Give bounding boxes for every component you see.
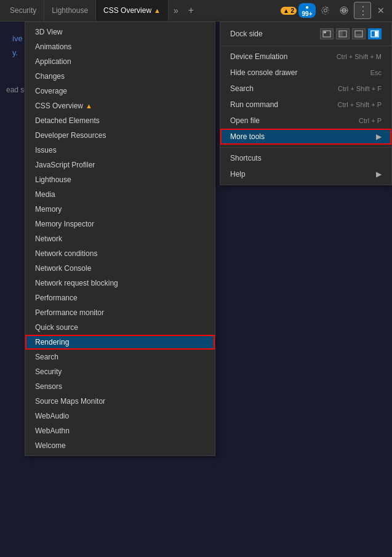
menu-item-search-right: Ctrl + Shift + F (338, 85, 382, 92)
menu-item-search[interactable]: SearchCtrl + Shift + F (220, 81, 391, 97)
remote-button[interactable] (335, 2, 353, 19)
submenu-item-changes[interactable]: Changes (25, 69, 215, 84)
tab-css-overview[interactable]: CSS Overview ▲ (96, 0, 169, 21)
menu-item-run-command-label: Run command (230, 100, 278, 109)
warnings-badge: ▲ 2 (281, 7, 297, 15)
dock-icons-group (320, 28, 382, 39)
gear-icon (321, 6, 330, 15)
tab-lighthouse-label: Lighthouse (52, 6, 88, 15)
menu-item-run-command-shortcut: Ctrl + Shift + P (337, 101, 382, 108)
submenu-item-3d-view[interactable]: 3D View (25, 25, 215, 39)
settings-button[interactable] (317, 2, 334, 19)
submenu-item-performance-monitor[interactable]: Performance monitor (25, 305, 215, 320)
new-tab-button[interactable]: + (183, 0, 199, 21)
menu-item-device-emulation-right: Ctrl + Shift + M (337, 53, 382, 60)
menu-item-open-file-right: Ctrl + P (359, 117, 382, 124)
more-tools-submenu: 3D ViewAnimationsApplicationChangesCover… (25, 22, 215, 456)
dock-side-section: Dock side (220, 22, 391, 46)
submenu-item-lighthouse[interactable]: Lighthouse (25, 172, 215, 187)
menu-item-device-emulation-label: Device Emulation (230, 52, 287, 61)
menu-item-help[interactable]: Help▶ (220, 166, 391, 182)
tab-security-label: Security (10, 6, 36, 15)
svg-rect-8 (356, 34, 362, 36)
submenu-item-network[interactable]: Network (25, 231, 215, 246)
menu-item-run-command-right: Ctrl + Shift + P (337, 101, 382, 108)
menu-item-search-shortcut: Ctrl + Shift + F (338, 85, 382, 92)
three-dots-icon: ⋮ (358, 4, 368, 17)
menu-item-search-label: Search (230, 84, 254, 93)
close-devtools-button[interactable]: ✕ (372, 2, 390, 19)
submenu-item-welcome[interactable]: Welcome (25, 438, 215, 453)
submenu-item-performance[interactable]: Performance (25, 291, 215, 305)
svg-rect-4 (324, 31, 326, 33)
submenu-item-memory[interactable]: Memory (25, 202, 215, 217)
issues-button[interactable]: ● 99+ (298, 2, 316, 19)
warnings-button[interactable]: ▲ 2 (280, 2, 297, 19)
menu-item-shortcuts-label: Shortcuts (230, 154, 262, 162)
tab-lighthouse[interactable]: Lighthouse (44, 0, 96, 21)
submenu-item-sensors[interactable]: Sensors (25, 379, 215, 394)
submenu-item-media[interactable]: Media (25, 187, 215, 202)
menu-item-help-arrow: ▶ (376, 170, 382, 178)
issues-badge: ● 99+ (298, 3, 316, 18)
svg-rect-6 (340, 31, 343, 36)
menu-item-run-command[interactable]: Run commandCtrl + Shift + P (220, 97, 391, 113)
remote-icon (339, 6, 349, 15)
menu-item-open-file[interactable]: Open fileCtrl + P (220, 113, 391, 129)
main-menu-section: Device EmulationCtrl + Shift + MHide con… (220, 46, 391, 148)
undock-icon[interactable] (320, 28, 334, 39)
dock-side-label: Dock side (230, 30, 263, 38)
menu-item-shortcuts[interactable]: Shortcuts (220, 150, 391, 166)
menu-item-hide-console[interactable]: Hide console drawerEsc (220, 65, 391, 81)
submenu-item-network-request-blocking[interactable]: Network request blocking (25, 276, 215, 291)
css-overview-warning-icon: ▲ (154, 7, 161, 14)
tab-bar: Security Lighthouse CSS Overview ▲ » + ▲… (0, 0, 392, 22)
menu-item-more-tools-label: More tools (230, 132, 265, 141)
tab-add-label: + (188, 5, 194, 16)
submenu-item-webauthn[interactable]: WebAuthn (25, 423, 215, 438)
dock-right-icon[interactable] (368, 28, 382, 39)
more-options-button[interactable]: ⋮ (354, 2, 371, 19)
menu-item-hide-console-right: Esc (370, 69, 382, 76)
submenu-item-network-console[interactable]: Network Console (25, 261, 215, 276)
submenu-item-issues[interactable]: Issues (25, 143, 215, 158)
menu-item-device-emulation[interactable]: Device EmulationCtrl + Shift + M (220, 49, 391, 65)
submenu-item-application[interactable]: Application (25, 54, 215, 69)
menu-item-hide-console-shortcut: Esc (370, 69, 382, 76)
dock-side-row: Dock side (220, 25, 391, 43)
submenu-item-css-overview[interactable]: CSS Overview▲ (25, 98, 215, 113)
warning-icon: ▲ (86, 102, 92, 110)
menu-item-open-file-shortcut: Ctrl + P (359, 117, 382, 124)
secondary-menu-section: ShortcutsHelp▶ (220, 148, 391, 185)
menu-item-more-tools-right: ▶ (376, 132, 382, 141)
submenu-item-source-maps-monitor[interactable]: Source Maps Monitor (25, 394, 215, 409)
tab-more-label: » (174, 6, 178, 15)
toolbar-actions: ▲ 2 ● 99+ ⋮ ✕ (280, 2, 390, 19)
menu-item-hide-console-label: Hide console drawer (230, 68, 297, 77)
submenu-item-developer-resources[interactable]: Developer Resources (25, 128, 215, 143)
tab-overflow-button[interactable]: » (169, 0, 183, 21)
dock-left-icon[interactable] (336, 28, 350, 39)
tab-css-overview-label: CSS Overview (103, 6, 151, 15)
submenu-item-rendering[interactable]: Rendering (25, 335, 215, 350)
submenu-item-coverage[interactable]: Coverage (25, 84, 215, 98)
menu-item-more-tools-arrow: ▶ (376, 132, 382, 141)
menu-item-help-label: Help (230, 170, 246, 178)
submenu-item-memory-inspector[interactable]: Memory Inspector (25, 217, 215, 231)
submenu-item-javascript-profiler[interactable]: JavaScript Profiler (25, 158, 215, 172)
tab-security[interactable]: Security (2, 0, 44, 21)
submenu-item-quick-source[interactable]: Quick source (25, 320, 215, 335)
menu-item-open-file-label: Open file (230, 116, 260, 125)
main-dropdown-menu: Dock side Device EmulationCtrl + Shift +… (220, 22, 392, 185)
submenu-item-detached-elements[interactable]: Detached Elements (25, 113, 215, 128)
submenu-item-network-conditions[interactable]: Network conditions (25, 246, 215, 261)
menu-item-more-tools[interactable]: More tools▶ (220, 129, 391, 145)
submenu-item-animations[interactable]: Animations (25, 39, 215, 54)
close-icon: ✕ (377, 6, 385, 15)
menu-item-device-emulation-shortcut: Ctrl + Shift + M (337, 53, 382, 60)
svg-rect-10 (375, 31, 378, 36)
submenu-item-security[interactable]: Security (25, 364, 215, 379)
submenu-item-search-tool[interactable]: Search (25, 350, 215, 364)
submenu-item-webaudio[interactable]: WebAudio (25, 409, 215, 423)
dock-bottom-icon[interactable] (352, 28, 366, 39)
